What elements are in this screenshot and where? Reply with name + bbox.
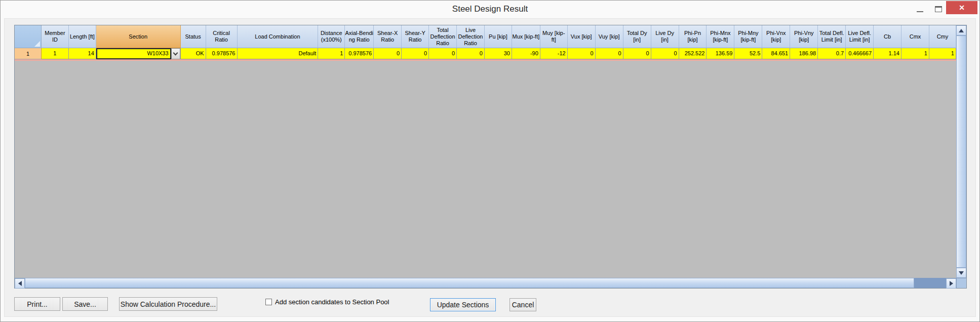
column-header-muy-kip-ft[interactable]: Muy [kip-ft] (540, 25, 568, 48)
column-header-pu-kip[interactable]: Pu [kip] (485, 25, 512, 48)
cell-phi-vny-kip[interactable]: 186.98 (790, 48, 818, 59)
scroll-right-button[interactable] (946, 278, 956, 289)
maximize-button[interactable] (931, 3, 946, 16)
select-all-triangle-icon (34, 41, 40, 47)
column-header-load-combination[interactable]: Load Combination (238, 25, 319, 48)
maximize-icon (935, 6, 942, 12)
window-title: Steel Design Result (1, 4, 979, 14)
scroll-up-icon (959, 29, 964, 32)
add-section-candidates-checkbox[interactable] (265, 299, 272, 305)
cell-live-dy-in[interactable]: 0 (651, 48, 679, 59)
column-header-status[interactable]: Status (181, 25, 206, 48)
section-combo-dropdown-button[interactable] (171, 48, 180, 59)
scroll-down-button[interactable] (956, 268, 966, 278)
column-header-distance[interactable]: Distance (x100%) (318, 25, 345, 48)
add-section-candidates-label: Add section candidates to Section Pool (275, 298, 389, 306)
update-sections-button[interactable]: Update Sections (430, 298, 496, 311)
grid-empty-area (15, 61, 956, 278)
cell-vuy-kip[interactable]: 0 (596, 48, 623, 59)
column-header-total-defl-limit-in[interactable]: Total Defl. Limit [in] (818, 25, 846, 48)
cell-shear-y-ratio[interactable]: 0 (402, 48, 429, 59)
cell-cmx[interactable]: 1 (901, 48, 929, 59)
close-icon: ✕ (959, 4, 965, 11)
cell-axial-bending-ratio[interactable]: 0.978576 (345, 48, 374, 59)
column-header-phi-mny-kip-ft[interactable]: Phi-Mny [kip-ft] (734, 25, 762, 48)
cell-total-deflection-ratio[interactable]: 0 (429, 48, 457, 59)
cell-phi-pn-kip[interactable]: 252.522 (679, 48, 707, 59)
close-button[interactable]: ✕ (946, 1, 977, 14)
cell-live-deflection-ratio[interactable]: 0 (457, 48, 485, 59)
column-header-total-dy-in[interactable]: Total Dy [in] (623, 25, 651, 48)
column-header-vuy-kip[interactable]: Vuy [kip] (596, 25, 623, 48)
cell-muy-kip-ft[interactable]: -12 (540, 48, 568, 59)
cell-cb[interactable]: 1.14 (874, 48, 901, 59)
column-header-total-deflection-ratio[interactable]: Total Deflection Ratio (429, 25, 457, 48)
cell-live-defl-limit-in[interactable]: 0.466667 (846, 48, 874, 59)
column-header-vux-kip[interactable]: Vux [kip] (568, 25, 596, 48)
column-header-length-ft[interactable]: Length [ft] (69, 25, 96, 48)
cell-phi-mnx-kip-ft[interactable]: 136.59 (707, 48, 734, 59)
scroll-up-button[interactable] (956, 25, 966, 35)
scroll-right-icon (950, 281, 953, 286)
column-header-section[interactable]: Section (96, 25, 181, 48)
column-header-live-dy-in[interactable]: Live Dy [in] (651, 25, 679, 48)
cell-status[interactable]: OK (181, 48, 206, 59)
horizontal-scroll-track[interactable] (914, 278, 946, 288)
show-calculation-procedure-button[interactable]: Show Calculation Procedure... (119, 297, 217, 311)
chevron-down-icon (173, 50, 178, 55)
scroll-down-icon (959, 271, 964, 275)
cell-phi-mny-kip-ft[interactable]: 52.5 (734, 48, 762, 59)
steel-design-result-dialog: Steel Design Result ✕ Member IDLength [f… (0, 0, 980, 322)
column-header-shear-x-ratio[interactable]: Shear-X Ratio (374, 25, 402, 48)
cell-shear-x-ratio[interactable]: 0 (374, 48, 402, 59)
column-header-mux-kip-ft[interactable]: Mux [kip-ft] (512, 25, 540, 48)
titlebar[interactable]: Steel Design Result ✕ (1, 1, 979, 18)
scroll-left-button[interactable] (15, 278, 25, 289)
column-header-phi-vnx-kip[interactable]: Phi-Vnx [kip] (762, 25, 790, 48)
cell-phi-vnx-kip[interactable]: 84.651 (762, 48, 790, 59)
minimize-button[interactable] (911, 3, 929, 16)
column-header-phi-pn-kip[interactable]: Phi-Pn [kip] (679, 25, 707, 48)
scrollbar-corner (956, 278, 966, 288)
grid-data-row: 1 114W10X33OK0.978576Default10.978576000… (15, 48, 956, 59)
section-combo-value[interactable]: W10X33 (96, 48, 171, 59)
column-header-phi-vny-kip[interactable]: Phi-Vny [kip] (790, 25, 818, 48)
column-header-cb[interactable]: Cb (874, 25, 901, 48)
column-header-live-deflection-ratio[interactable]: Live Deflection Ratio (457, 25, 485, 48)
select-all-cell[interactable] (15, 25, 42, 48)
column-header-shear-y-ratio[interactable]: Shear-Y Ratio (402, 25, 429, 48)
column-header-critical-ratio[interactable]: Critical Ratio (206, 25, 238, 48)
row-header-cell[interactable]: 1 (15, 48, 42, 59)
cell-pu-kip[interactable]: 30 (485, 48, 512, 59)
cell-total-defl-limit-in[interactable]: 0.7 (818, 48, 846, 59)
cell-vux-kip[interactable]: 0 (568, 48, 596, 59)
minimize-icon (917, 11, 923, 12)
save-button[interactable]: Save... (62, 297, 108, 311)
cell-section-combo[interactable]: W10X33 (96, 48, 181, 59)
column-header-cmx[interactable]: Cmx (901, 25, 929, 48)
vertical-scroll-thumb[interactable] (956, 35, 966, 268)
column-header-phi-mnx-kip-ft[interactable]: Phi-Mnx [kip-ft] (707, 25, 734, 48)
horizontal-scroll-thumb[interactable] (25, 278, 914, 288)
cell-cmy[interactable]: 1 (929, 48, 956, 59)
cell-mux-kip-ft[interactable]: -90 (512, 48, 540, 59)
cell-load-combination[interactable]: Default (238, 48, 319, 59)
scroll-left-icon (18, 281, 22, 286)
vertical-scrollbar[interactable] (956, 25, 966, 278)
grid-header-row: Member IDLength [ft]SectionStatusCritica… (15, 25, 956, 48)
cell-critical-ratio[interactable]: 0.978576 (206, 48, 238, 59)
cell-total-dy-in[interactable]: 0 (623, 48, 651, 59)
results-grid: Member IDLength [ft]SectionStatusCritica… (14, 25, 967, 289)
cell-length-ft[interactable]: 14 (69, 48, 96, 59)
dialog-content: Member IDLength [ft]SectionStatusCritica… (4, 18, 976, 317)
cancel-button[interactable]: Cancel (509, 298, 536, 311)
print-button[interactable]: Print... (14, 297, 60, 311)
column-header-axial-bending-ratio[interactable]: Axial-Bendi ng Ratio (345, 25, 374, 48)
cell-distance[interactable]: 1 (318, 48, 345, 59)
column-header-cmy[interactable]: Cmy (929, 25, 956, 48)
column-header-live-defl-limit-in[interactable]: Live Defl. Limit [in] (846, 25, 874, 48)
cell-member-id[interactable]: 1 (42, 48, 69, 59)
horizontal-scrollbar[interactable] (15, 278, 957, 288)
column-header-member-id[interactable]: Member ID (42, 25, 69, 48)
